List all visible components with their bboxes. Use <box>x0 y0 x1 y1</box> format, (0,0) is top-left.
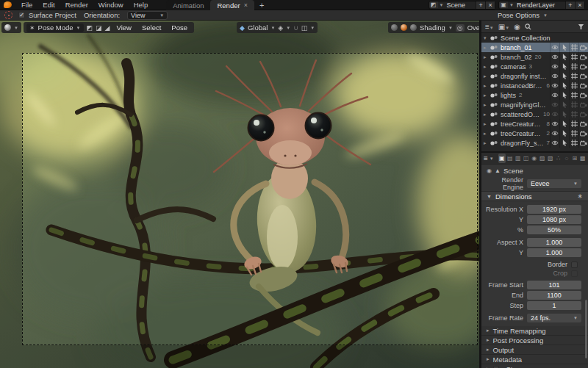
surface-project-checkbox[interactable]: ✓ <box>18 12 25 18</box>
active-tool-icon[interactable] <box>4 11 12 19</box>
outliner-row[interactable]: ▸ dragonFly_source 7 <box>481 138 588 148</box>
render-disable-icon[interactable] <box>578 109 588 119</box>
properties-tab-constraints-icon[interactable]: ⊞ <box>571 154 578 163</box>
panel-output[interactable]: ▸ Output <box>481 345 588 355</box>
render-disable-icon[interactable] <box>578 90 588 100</box>
viewport-disable-icon[interactable] <box>569 129 578 138</box>
blender-logo-icon[interactable] <box>4 1 12 8</box>
render-disable-icon[interactable] <box>578 71 588 81</box>
expand-arrow-icon[interactable]: ▸ <box>484 102 490 108</box>
copy-pose-icon[interactable]: ◩ <box>87 24 93 32</box>
new-collection-icon[interactable]: ◉ <box>514 23 520 31</box>
render-disable-icon[interactable] <box>578 43 588 52</box>
mode-dropdown[interactable]: ✶ Pose Mode ▼ <box>26 24 84 32</box>
renderlayer-name[interactable]: RenderLayer <box>515 1 565 9</box>
viewport-disable-icon[interactable] <box>569 43 578 52</box>
display-mode-dropdown[interactable]: ≡▼ <box>485 23 494 31</box>
properties-tab-output-icon[interactable]: ▤ <box>506 154 514 163</box>
pose-options-dropdown[interactable]: Pose Options ▼ <box>498 11 548 19</box>
paste-pose-icon[interactable]: ◪ <box>96 24 102 32</box>
menu-window[interactable]: Window <box>93 1 129 9</box>
menu-edit[interactable]: Edit <box>37 1 60 9</box>
properties-tab-object-icon[interactable]: ▨ <box>539 154 546 163</box>
scene-name[interactable]: Scene <box>445 1 476 9</box>
filter-funnel-icon[interactable] <box>578 24 584 30</box>
selectability-cursor-icon[interactable] <box>559 119 569 129</box>
panel-stereoscopy[interactable]: ▸ ✓Stereoscopy <box>481 364 588 368</box>
selectability-cursor-icon[interactable] <box>559 109 569 119</box>
material-shading-icon[interactable] <box>401 24 407 31</box>
hide-eye-icon[interactable] <box>550 81 559 90</box>
selectability-cursor-icon[interactable] <box>559 129 569 138</box>
viewport-disable-icon[interactable] <box>569 100 578 109</box>
scene-selector[interactable]: ◩ ▼ Scene + × <box>429 1 495 10</box>
properties-tab-scene-icon[interactable]: ◫ <box>523 154 530 163</box>
pin-icon[interactable]: ◉ <box>487 167 492 174</box>
render-disable-icon[interactable] <box>578 52 588 62</box>
render-disable-icon[interactable] <box>578 100 588 109</box>
hide-eye-icon[interactable] <box>550 138 559 148</box>
render-disable-icon[interactable] <box>578 119 588 129</box>
viewport-disable-icon[interactable] <box>569 62 578 71</box>
search-icon[interactable] <box>525 24 531 30</box>
view-menu[interactable]: View <box>113 24 135 32</box>
selectability-cursor-icon[interactable] <box>559 43 569 52</box>
render-engine-dropdown[interactable]: Eevee ▼ <box>527 179 581 188</box>
hide-eye-icon[interactable] <box>550 52 559 62</box>
outliner-row[interactable]: ▸ branch_02 20 <box>481 52 588 62</box>
field-value[interactable]: 50% <box>527 226 581 234</box>
pivot-point-icon[interactable]: ◈ <box>278 24 283 32</box>
editor-type-icon[interactable]: ▣▼ <box>498 23 509 31</box>
close-tab-icon[interactable]: × <box>244 1 248 9</box>
editor-type-dropdown[interactable]: ≡▼ <box>484 154 494 162</box>
expand-arrow-icon[interactable]: ▸ <box>484 83 490 89</box>
workspace-tab-render[interactable]: Render× <box>210 0 254 10</box>
outliner-row[interactable]: ▸ cameras 3 <box>481 62 588 71</box>
viewport-disable-icon[interactable] <box>569 71 578 81</box>
viewport-disable-icon[interactable] <box>569 81 578 90</box>
hide-eye-icon[interactable] <box>550 71 559 81</box>
remove-scene-button[interactable]: × <box>485 1 495 9</box>
render-disable-icon[interactable] <box>578 138 588 148</box>
field-value[interactable]: 101 <box>527 281 581 289</box>
pose-menu[interactable]: Pose <box>168 24 191 32</box>
hide-eye-icon[interactable] <box>550 129 559 138</box>
render-disable-icon[interactable] <box>578 129 588 138</box>
expand-arrow-icon[interactable]: ▸ <box>484 140 490 146</box>
selectability-cursor-icon[interactable] <box>559 52 569 62</box>
shading-dropdown[interactable]: Shading <box>420 24 445 32</box>
properties-tab-physics-icon[interactable]: ◌ <box>563 154 570 163</box>
properties-tab-object-data-icon[interactable]: ▩ <box>579 154 587 163</box>
snap-target-icon[interactable]: ◫ <box>301 24 308 32</box>
properties-tab-modifiers-icon[interactable]: ▧ <box>547 154 554 163</box>
menu-file[interactable]: File <box>16 1 37 9</box>
crop-checkbox[interactable]: ✓ <box>571 270 578 277</box>
menu-render[interactable]: Render <box>60 1 93 9</box>
editor-type-button[interactable]: ▼ <box>1 22 21 33</box>
viewport-disable-icon[interactable] <box>569 109 578 119</box>
add-workspace-button[interactable]: + <box>254 1 269 10</box>
expand-arrow-icon[interactable]: ▸ <box>484 45 490 51</box>
hide-eye-icon[interactable] <box>550 109 559 119</box>
panel-post-processing[interactable]: ▸ Post Processing <box>481 336 588 345</box>
outliner-row[interactable]: ▸ magnifyingGlass <box>481 100 588 109</box>
rendered-shading-icon[interactable] <box>410 24 417 31</box>
hide-eye-icon[interactable] <box>550 100 559 109</box>
selectability-cursor-icon[interactable] <box>559 100 569 109</box>
select-menu[interactable]: Select <box>138 24 165 32</box>
selectability-cursor-icon[interactable] <box>559 81 569 90</box>
expand-arrow-icon[interactable]: ▸ <box>484 73 490 79</box>
overlays-icon[interactable]: ◎ <box>456 24 465 32</box>
field-value[interactable]: 1 <box>527 301 581 310</box>
solid-shading-icon[interactable] <box>391 24 398 31</box>
presets-icon[interactable]: ∗ <box>577 192 583 200</box>
orientation-dropdown[interactable]: View ▼ <box>127 11 168 20</box>
scrollbar[interactable] <box>585 300 587 358</box>
workspace-tab-animation[interactable]: Animation <box>166 0 210 10</box>
field-value[interactable]: 1.000 <box>527 248 581 257</box>
border-checkbox[interactable]: ✓ <box>571 261 578 268</box>
hide-eye-icon[interactable] <box>550 62 559 71</box>
outliner-row[interactable]: ▸ treeCreatureRig 2 <box>481 129 588 138</box>
menu-help[interactable]: Help <box>129 1 154 9</box>
outliner-row[interactable]: ▸ branch_01 <box>481 43 588 52</box>
